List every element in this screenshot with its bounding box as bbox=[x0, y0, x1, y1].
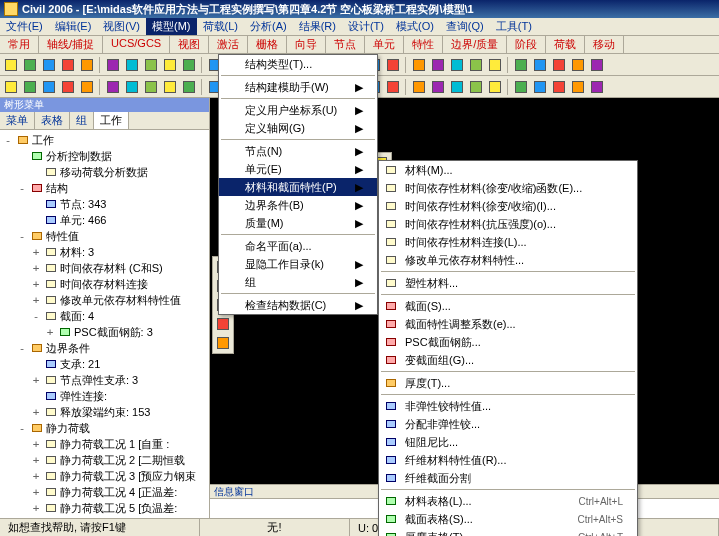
tb2-btn-29[interactable] bbox=[588, 78, 606, 96]
menu-2[interactable]: 视图(V) bbox=[97, 18, 146, 35]
menu-6[interactable]: 结果(R) bbox=[293, 18, 342, 35]
tb2-btn-8[interactable] bbox=[161, 78, 179, 96]
menu1-item-13[interactable]: 命名平面(a)... bbox=[219, 237, 377, 255]
menu2-item-24[interactable]: 厚度表格(T)...Ctrl+Alt+T bbox=[379, 528, 637, 536]
menu2-item-16[interactable]: 非弹性铰特性值... bbox=[379, 397, 637, 415]
tb2-btn-26[interactable] bbox=[531, 78, 549, 96]
tb1-btn-24[interactable] bbox=[486, 56, 504, 74]
menu-bar[interactable]: 文件(E)编辑(E)视图(V)模型(M)荷载(L)分析(A)结果(R)设计(T)… bbox=[0, 18, 719, 36]
menu1-item-17[interactable]: 检查结构数据(C)▶ bbox=[219, 296, 377, 314]
ribbon-tab-10[interactable]: 边界/质量 bbox=[443, 36, 507, 53]
tree-node[interactable]: -边界条件 bbox=[2, 340, 207, 356]
tree-tabs[interactable]: 菜单表格组工作 bbox=[0, 112, 209, 130]
tree-node[interactable]: +静力荷载工况 1 [自重 : bbox=[2, 436, 207, 452]
menu-3[interactable]: 模型(M) bbox=[146, 18, 197, 35]
menu1-item-5[interactable]: 定义轴网(G)▶ bbox=[219, 119, 377, 137]
tb1-btn-26[interactable] bbox=[531, 56, 549, 74]
tree-node[interactable]: 分析控制数据 bbox=[2, 148, 207, 164]
menu-8[interactable]: 模式(O) bbox=[390, 18, 440, 35]
tree-node[interactable]: +释放梁端约束: 153 bbox=[2, 404, 207, 420]
ribbon-tab-8[interactable]: 单元 bbox=[365, 36, 404, 53]
tree-node[interactable]: +静力荷载工况 3 [预应力钢束 bbox=[2, 468, 207, 484]
ribbon-tab-5[interactable]: 栅格 bbox=[248, 36, 287, 53]
tb2-btn-3[interactable] bbox=[59, 78, 77, 96]
menu1-item-0[interactable]: 结构类型(T)... bbox=[219, 55, 377, 73]
menu2-item-3[interactable]: 时间依存性材料(抗压强度)(o)... bbox=[379, 215, 637, 233]
tb1-btn-23[interactable] bbox=[467, 56, 485, 74]
ribbon-tab-3[interactable]: 视图 bbox=[170, 36, 209, 53]
menu-0[interactable]: 文件(E) bbox=[0, 18, 49, 35]
ribbon-tab-11[interactable]: 阶段 bbox=[507, 36, 546, 53]
menu2-item-22[interactable]: 材料表格(L)...Ctrl+Alt+L bbox=[379, 492, 637, 510]
tree-node[interactable]: +修改单元依存材料特性值 bbox=[2, 292, 207, 308]
menu-4[interactable]: 荷载(L) bbox=[197, 18, 244, 35]
menu2-item-1[interactable]: 时间依存性材料(徐变/收缩)函数(E)... bbox=[379, 179, 637, 197]
tb1-btn-3[interactable] bbox=[59, 56, 77, 74]
tb2-btn-5[interactable] bbox=[104, 78, 122, 96]
tb2-btn-27[interactable] bbox=[550, 78, 568, 96]
menu2-item-17[interactable]: 分配非弹性铰... bbox=[379, 415, 637, 433]
tb1-btn-4[interactable] bbox=[78, 56, 96, 74]
tb1-btn-29[interactable] bbox=[588, 56, 606, 74]
tree-tab-3[interactable]: 工作 bbox=[94, 112, 129, 129]
ribbon-tab-9[interactable]: 特性 bbox=[404, 36, 443, 53]
tree-node[interactable]: +静力荷载工况 4 [正温差: bbox=[2, 484, 207, 500]
tree-view[interactable]: -工作 分析控制数据 移动荷载分析数据-结构 节点: 343 单元: 466-特… bbox=[0, 130, 209, 536]
tree-node[interactable]: +材料: 3 bbox=[2, 244, 207, 260]
tree-node[interactable]: 节点: 343 bbox=[2, 196, 207, 212]
menu1-item-15[interactable]: 组▶ bbox=[219, 273, 377, 291]
tb2-btn-28[interactable] bbox=[569, 78, 587, 96]
menu2-item-10[interactable]: 截面特性调整系数(e)... bbox=[379, 315, 637, 333]
menu2-item-20[interactable]: 纤维截面分割 bbox=[379, 469, 637, 487]
tb2-btn-21[interactable] bbox=[429, 78, 447, 96]
menu1-item-10[interactable]: 边界条件(B)▶ bbox=[219, 196, 377, 214]
tb1-btn-8[interactable] bbox=[161, 56, 179, 74]
tree-tab-1[interactable]: 表格 bbox=[35, 112, 70, 129]
tree-node[interactable]: -工作 bbox=[2, 132, 207, 148]
menu2-item-18[interactable]: 钮阻尼比... bbox=[379, 433, 637, 451]
tb2-btn-23[interactable] bbox=[467, 78, 485, 96]
menu2-item-2[interactable]: 时间依存性材料(徐变/收缩)(I)... bbox=[379, 197, 637, 215]
tb1-btn-25[interactable] bbox=[512, 56, 530, 74]
tb1-btn-21[interactable] bbox=[429, 56, 447, 74]
tb1-btn-2[interactable] bbox=[40, 56, 58, 74]
menu2-item-5[interactable]: 修改单元依存材料特性... bbox=[379, 251, 637, 269]
ribbon-tab-1[interactable]: 轴线/捕捉 bbox=[39, 36, 103, 53]
tb1-btn-6[interactable] bbox=[123, 56, 141, 74]
menu1-item-14[interactable]: 显隐工作目录(k)▶ bbox=[219, 255, 377, 273]
tree-node[interactable]: +PSC截面钢筋: 3 bbox=[2, 324, 207, 340]
menu2-item-7[interactable]: 塑性材料... bbox=[379, 274, 637, 292]
ribbon-tabs[interactable]: 常用轴线/捕捉UCS/GCS视图激活栅格向导节点单元特性边界/质量阶段荷载移动 bbox=[0, 36, 719, 54]
tb2-btn-2[interactable] bbox=[40, 78, 58, 96]
menu-model-dropdown[interactable]: 结构类型(T)...结构建模助手(W)▶定义用户坐标系(U)▶定义轴网(G)▶节… bbox=[218, 54, 378, 315]
tb1-btn-20[interactable] bbox=[410, 56, 428, 74]
menu2-item-14[interactable]: 厚度(T)... bbox=[379, 374, 637, 392]
menu1-item-4[interactable]: 定义用户坐标系(U)▶ bbox=[219, 101, 377, 119]
tb2-btn-20[interactable] bbox=[410, 78, 428, 96]
ribbon-tab-6[interactable]: 向导 bbox=[287, 36, 326, 53]
submenu-material-section[interactable]: 材料(M)...时间依存性材料(徐变/收缩)函数(E)...时间依存性材料(徐变… bbox=[378, 160, 638, 536]
menu2-item-0[interactable]: 材料(M)... bbox=[379, 161, 637, 179]
tree-node[interactable]: 弹性连接: bbox=[2, 388, 207, 404]
ribbon-tab-7[interactable]: 节点 bbox=[326, 36, 365, 53]
menu2-item-23[interactable]: 截面表格(S)...Ctrl+Alt+S bbox=[379, 510, 637, 528]
tree-tab-0[interactable]: 菜单 bbox=[0, 112, 35, 129]
tree-node[interactable]: -结构 bbox=[2, 180, 207, 196]
tree-node[interactable]: +静力荷载工况 5 [负温差: bbox=[2, 500, 207, 516]
ribbon-tab-2[interactable]: UCS/GCS bbox=[103, 36, 170, 53]
ribbon-tab-12[interactable]: 荷载 bbox=[546, 36, 585, 53]
menu2-item-9[interactable]: 截面(S)... bbox=[379, 297, 637, 315]
menu2-item-19[interactable]: 纤维材料特性值(R)... bbox=[379, 451, 637, 469]
tb2-btn-7[interactable] bbox=[142, 78, 160, 96]
menu-5[interactable]: 分析(A) bbox=[244, 18, 293, 35]
tree-node[interactable]: 移动荷载分析数据 bbox=[2, 164, 207, 180]
menu-10[interactable]: 工具(T) bbox=[490, 18, 538, 35]
tree-node[interactable]: -特性值 bbox=[2, 228, 207, 244]
tree-node[interactable]: +静力荷载工况 2 [二期恒载 bbox=[2, 452, 207, 468]
ribbon-tab-0[interactable]: 常用 bbox=[0, 36, 39, 53]
tb1-btn-19[interactable] bbox=[384, 56, 402, 74]
ribbon-tab-13[interactable]: 移动 bbox=[585, 36, 624, 53]
tree-node[interactable]: +节点弹性支承: 3 bbox=[2, 372, 207, 388]
tb1-btn-1[interactable] bbox=[21, 56, 39, 74]
menu1-item-2[interactable]: 结构建模助手(W)▶ bbox=[219, 78, 377, 96]
